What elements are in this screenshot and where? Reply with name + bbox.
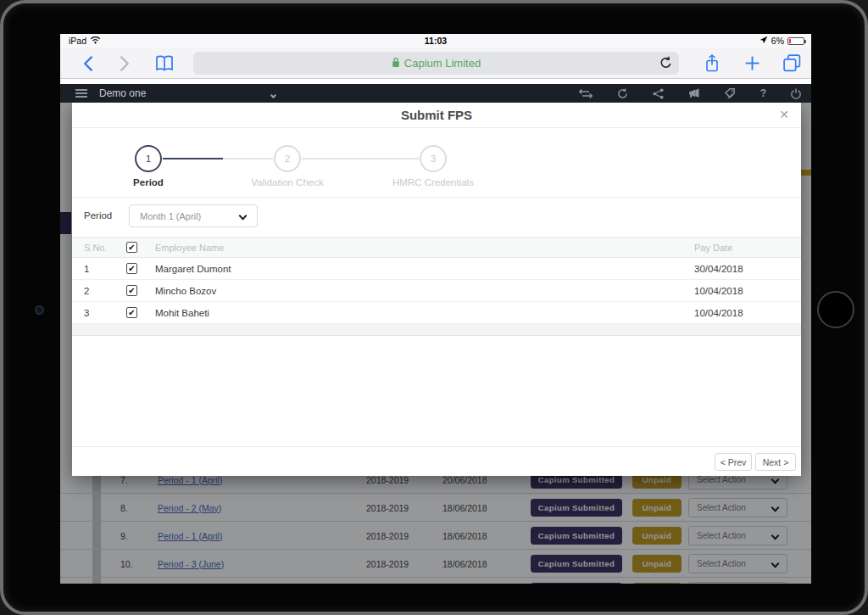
- forward-button[interactable]: [116, 48, 133, 79]
- table-footer-strip: [72, 324, 801, 336]
- status-bar: iPad 11:03 6%: [60, 34, 811, 48]
- period-field-label: Period: [84, 210, 112, 221]
- new-tab-icon[interactable]: [743, 48, 761, 79]
- help-icon[interactable]: ?: [760, 87, 766, 99]
- close-icon[interactable]: ✕: [779, 108, 789, 121]
- step-1-circle: 1: [135, 145, 162, 172]
- site-title: Capium Limited: [404, 57, 481, 70]
- period-dropdown-value: Month 1 (April): [140, 211, 201, 221]
- clock: 11:03: [60, 36, 811, 46]
- employee-checkbox[interactable]: ✔: [126, 285, 137, 296]
- employee-row: 3 ✔ Mohit Baheti 10/04/2018: [72, 302, 801, 324]
- header-employee-name: Employee Name: [155, 238, 224, 257]
- ipad-frame: iPad 11:03 6%: [0, 0, 868, 615]
- employee-checkbox[interactable]: ✔: [126, 307, 137, 318]
- step-2-label: Validation Check: [220, 177, 355, 187]
- step-1-label: Period: [81, 177, 216, 187]
- share-icon[interactable]: [703, 48, 721, 79]
- employee-sno: 1: [84, 258, 89, 279]
- employee-sno: 2: [84, 280, 89, 301]
- tags-icon[interactable]: [725, 88, 736, 99]
- employee-sno: 3: [84, 302, 89, 323]
- select-all-checkbox[interactable]: ✔: [126, 242, 137, 253]
- company-selector[interactable]: Demo one: [99, 87, 146, 99]
- employee-checkbox[interactable]: ✔: [126, 263, 137, 274]
- lock-icon: [392, 56, 400, 71]
- sync-icon[interactable]: [617, 88, 628, 99]
- employee-row: 2 ✔ Mincho Bozov 10/04/2018: [72, 280, 801, 302]
- employee-name: Margaret Dumont: [155, 258, 231, 279]
- modal-header: Submit FPS ✕: [72, 103, 801, 128]
- prev-button[interactable]: < Prev: [715, 453, 752, 471]
- refresh-icon[interactable]: [659, 55, 673, 75]
- step-3-label: HMRC Credentials: [365, 177, 501, 187]
- switch-module-icon[interactable]: [579, 89, 593, 98]
- app-navbar: Demo one ?: [60, 84, 811, 103]
- modal-title: Submit FPS: [72, 103, 801, 128]
- header-sno: S.No.: [84, 238, 108, 257]
- modal-footer: < Prev Next >: [72, 446, 801, 476]
- employee-pay-date: 10/04/2018: [694, 280, 743, 301]
- announcement-icon[interactable]: [688, 88, 700, 98]
- chevron-down-icon: [239, 212, 248, 221]
- employee-pay-date: 30/04/2018: [694, 258, 743, 279]
- url-bar[interactable]: Capium Limited: [193, 52, 679, 75]
- company-chevron-down-icon[interactable]: [271, 86, 275, 101]
- employee-name: Mincho Bozov: [155, 280, 216, 301]
- next-button[interactable]: Next >: [755, 453, 796, 471]
- step-connector-2: [302, 158, 419, 159]
- step-2-circle: 2: [274, 145, 301, 172]
- tabs-icon[interactable]: [781, 48, 803, 79]
- divider: [72, 197, 801, 198]
- home-button[interactable]: [817, 291, 854, 328]
- employee-row: 1 ✔ Margaret Dumont 30/04/2018: [72, 258, 801, 280]
- employee-name: Mohit Baheti: [155, 302, 209, 323]
- menu-icon[interactable]: [75, 89, 87, 98]
- back-button[interactable]: [79, 48, 96, 79]
- power-icon[interactable]: [791, 88, 801, 99]
- employee-table-header: S.No. ✔ Employee Name Pay Date: [72, 237, 801, 258]
- page-content: 7. Period - 1 (April) 2018-2019 20/06/20…: [60, 103, 811, 584]
- step-connector-1: [163, 158, 273, 159]
- share-network-icon[interactable]: [653, 88, 664, 99]
- employee-pay-date: 10/04/2018: [694, 302, 743, 323]
- submit-fps-modal: Submit FPS ✕ 1 2 3 Period Validation Che…: [72, 103, 801, 476]
- front-camera: [35, 305, 44, 315]
- location-icon: [760, 36, 768, 46]
- bookmarks-icon[interactable]: [153, 48, 175, 79]
- step-3-circle: 3: [420, 145, 447, 172]
- screen: iPad 11:03 6%: [60, 34, 811, 584]
- header-pay-date: Pay Date: [694, 238, 732, 257]
- browser-toolbar: Capium Limited: [60, 48, 811, 79]
- battery-icon: [787, 37, 804, 45]
- battery-percent: 6%: [771, 36, 784, 46]
- period-dropdown[interactable]: Month 1 (April): [129, 204, 258, 227]
